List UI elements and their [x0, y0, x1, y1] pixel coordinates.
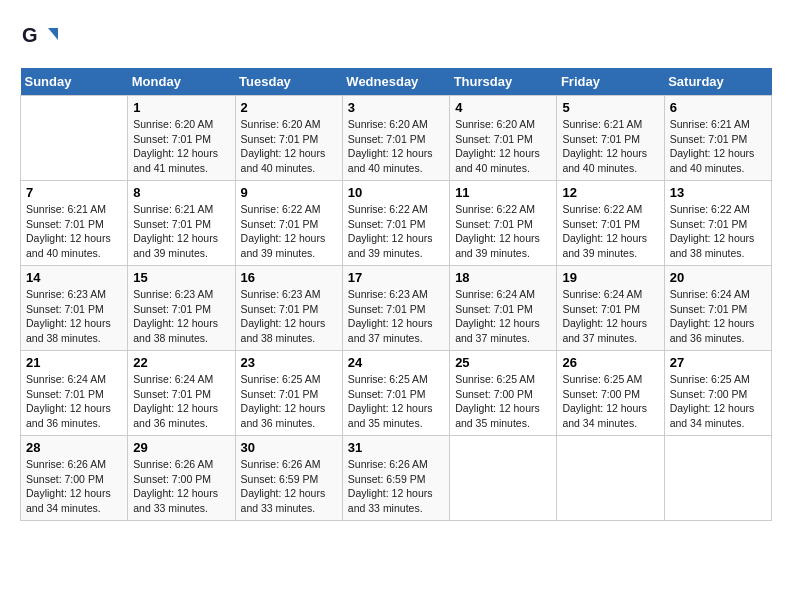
calendar-cell: 26Sunrise: 6:25 AM Sunset: 7:00 PM Dayli… — [557, 351, 664, 436]
day-number: 25 — [455, 355, 551, 370]
day-number: 10 — [348, 185, 444, 200]
cell-info: Sunrise: 6:24 AM Sunset: 7:01 PM Dayligh… — [562, 287, 658, 346]
cell-info: Sunrise: 6:24 AM Sunset: 7:01 PM Dayligh… — [26, 372, 122, 431]
calendar-cell: 27Sunrise: 6:25 AM Sunset: 7:00 PM Dayli… — [664, 351, 771, 436]
day-number: 2 — [241, 100, 337, 115]
cell-info: Sunrise: 6:24 AM Sunset: 7:01 PM Dayligh… — [133, 372, 229, 431]
calendar-cell: 19Sunrise: 6:24 AM Sunset: 7:01 PM Dayli… — [557, 266, 664, 351]
day-number: 23 — [241, 355, 337, 370]
calendar-cell: 10Sunrise: 6:22 AM Sunset: 7:01 PM Dayli… — [342, 181, 449, 266]
day-number: 1 — [133, 100, 229, 115]
calendar-header-row: SundayMondayTuesdayWednesdayThursdayFrid… — [21, 68, 772, 96]
column-header-sunday: Sunday — [21, 68, 128, 96]
day-number: 28 — [26, 440, 122, 455]
calendar-cell: 17Sunrise: 6:23 AM Sunset: 7:01 PM Dayli… — [342, 266, 449, 351]
cell-info: Sunrise: 6:20 AM Sunset: 7:01 PM Dayligh… — [348, 117, 444, 176]
calendar-cell: 21Sunrise: 6:24 AM Sunset: 7:01 PM Dayli… — [21, 351, 128, 436]
logo-icon: G — [20, 20, 58, 58]
calendar-cell: 14Sunrise: 6:23 AM Sunset: 7:01 PM Dayli… — [21, 266, 128, 351]
day-number: 8 — [133, 185, 229, 200]
calendar-week-row: 1Sunrise: 6:20 AM Sunset: 7:01 PM Daylig… — [21, 96, 772, 181]
day-number: 31 — [348, 440, 444, 455]
cell-info: Sunrise: 6:21 AM Sunset: 7:01 PM Dayligh… — [670, 117, 766, 176]
calendar-cell: 29Sunrise: 6:26 AM Sunset: 7:00 PM Dayli… — [128, 436, 235, 521]
page-header: G — [20, 20, 772, 58]
calendar-week-row: 21Sunrise: 6:24 AM Sunset: 7:01 PM Dayli… — [21, 351, 772, 436]
calendar-cell: 24Sunrise: 6:25 AM Sunset: 7:01 PM Dayli… — [342, 351, 449, 436]
day-number: 15 — [133, 270, 229, 285]
calendar-table: SundayMondayTuesdayWednesdayThursdayFrid… — [20, 68, 772, 521]
calendar-cell: 4Sunrise: 6:20 AM Sunset: 7:01 PM Daylig… — [450, 96, 557, 181]
day-number: 16 — [241, 270, 337, 285]
calendar-cell: 2Sunrise: 6:20 AM Sunset: 7:01 PM Daylig… — [235, 96, 342, 181]
cell-info: Sunrise: 6:20 AM Sunset: 7:01 PM Dayligh… — [241, 117, 337, 176]
cell-info: Sunrise: 6:24 AM Sunset: 7:01 PM Dayligh… — [670, 287, 766, 346]
cell-info: Sunrise: 6:21 AM Sunset: 7:01 PM Dayligh… — [26, 202, 122, 261]
cell-info: Sunrise: 6:25 AM Sunset: 7:00 PM Dayligh… — [562, 372, 658, 431]
cell-info: Sunrise: 6:20 AM Sunset: 7:01 PM Dayligh… — [455, 117, 551, 176]
cell-info: Sunrise: 6:26 AM Sunset: 7:00 PM Dayligh… — [26, 457, 122, 516]
cell-info: Sunrise: 6:26 AM Sunset: 7:00 PM Dayligh… — [133, 457, 229, 516]
calendar-cell: 28Sunrise: 6:26 AM Sunset: 7:00 PM Dayli… — [21, 436, 128, 521]
day-number: 12 — [562, 185, 658, 200]
calendar-cell: 6Sunrise: 6:21 AM Sunset: 7:01 PM Daylig… — [664, 96, 771, 181]
calendar-cell — [557, 436, 664, 521]
cell-info: Sunrise: 6:23 AM Sunset: 7:01 PM Dayligh… — [241, 287, 337, 346]
cell-info: Sunrise: 6:25 AM Sunset: 7:01 PM Dayligh… — [348, 372, 444, 431]
svg-text:G: G — [22, 24, 38, 46]
cell-info: Sunrise: 6:20 AM Sunset: 7:01 PM Dayligh… — [133, 117, 229, 176]
cell-info: Sunrise: 6:25 AM Sunset: 7:00 PM Dayligh… — [455, 372, 551, 431]
calendar-cell: 31Sunrise: 6:26 AM Sunset: 6:59 PM Dayli… — [342, 436, 449, 521]
cell-info: Sunrise: 6:22 AM Sunset: 7:01 PM Dayligh… — [562, 202, 658, 261]
calendar-cell: 22Sunrise: 6:24 AM Sunset: 7:01 PM Dayli… — [128, 351, 235, 436]
day-number: 30 — [241, 440, 337, 455]
calendar-cell: 20Sunrise: 6:24 AM Sunset: 7:01 PM Dayli… — [664, 266, 771, 351]
cell-info: Sunrise: 6:21 AM Sunset: 7:01 PM Dayligh… — [133, 202, 229, 261]
svg-marker-1 — [48, 28, 58, 40]
column-header-monday: Monday — [128, 68, 235, 96]
day-number: 14 — [26, 270, 122, 285]
day-number: 22 — [133, 355, 229, 370]
day-number: 17 — [348, 270, 444, 285]
calendar-cell — [21, 96, 128, 181]
day-number: 21 — [26, 355, 122, 370]
cell-info: Sunrise: 6:21 AM Sunset: 7:01 PM Dayligh… — [562, 117, 658, 176]
day-number: 11 — [455, 185, 551, 200]
cell-info: Sunrise: 6:26 AM Sunset: 6:59 PM Dayligh… — [241, 457, 337, 516]
day-number: 27 — [670, 355, 766, 370]
cell-info: Sunrise: 6:22 AM Sunset: 7:01 PM Dayligh… — [348, 202, 444, 261]
calendar-cell: 25Sunrise: 6:25 AM Sunset: 7:00 PM Dayli… — [450, 351, 557, 436]
calendar-cell: 13Sunrise: 6:22 AM Sunset: 7:01 PM Dayli… — [664, 181, 771, 266]
cell-info: Sunrise: 6:22 AM Sunset: 7:01 PM Dayligh… — [455, 202, 551, 261]
calendar-week-row: 7Sunrise: 6:21 AM Sunset: 7:01 PM Daylig… — [21, 181, 772, 266]
calendar-cell: 11Sunrise: 6:22 AM Sunset: 7:01 PM Dayli… — [450, 181, 557, 266]
calendar-cell: 12Sunrise: 6:22 AM Sunset: 7:01 PM Dayli… — [557, 181, 664, 266]
column-header-thursday: Thursday — [450, 68, 557, 96]
cell-info: Sunrise: 6:24 AM Sunset: 7:01 PM Dayligh… — [455, 287, 551, 346]
day-number: 29 — [133, 440, 229, 455]
day-number: 7 — [26, 185, 122, 200]
day-number: 4 — [455, 100, 551, 115]
cell-info: Sunrise: 6:23 AM Sunset: 7:01 PM Dayligh… — [26, 287, 122, 346]
day-number: 5 — [562, 100, 658, 115]
calendar-cell: 5Sunrise: 6:21 AM Sunset: 7:01 PM Daylig… — [557, 96, 664, 181]
calendar-cell: 30Sunrise: 6:26 AM Sunset: 6:59 PM Dayli… — [235, 436, 342, 521]
calendar-week-row: 28Sunrise: 6:26 AM Sunset: 7:00 PM Dayli… — [21, 436, 772, 521]
column-header-tuesday: Tuesday — [235, 68, 342, 96]
day-number: 24 — [348, 355, 444, 370]
day-number: 9 — [241, 185, 337, 200]
cell-info: Sunrise: 6:23 AM Sunset: 7:01 PM Dayligh… — [348, 287, 444, 346]
logo: G — [20, 20, 62, 58]
calendar-cell: 15Sunrise: 6:23 AM Sunset: 7:01 PM Dayli… — [128, 266, 235, 351]
day-number: 3 — [348, 100, 444, 115]
cell-info: Sunrise: 6:25 AM Sunset: 7:01 PM Dayligh… — [241, 372, 337, 431]
calendar-cell: 9Sunrise: 6:22 AM Sunset: 7:01 PM Daylig… — [235, 181, 342, 266]
day-number: 13 — [670, 185, 766, 200]
calendar-week-row: 14Sunrise: 6:23 AM Sunset: 7:01 PM Dayli… — [21, 266, 772, 351]
day-number: 6 — [670, 100, 766, 115]
calendar-cell — [664, 436, 771, 521]
calendar-cell: 8Sunrise: 6:21 AM Sunset: 7:01 PM Daylig… — [128, 181, 235, 266]
column-header-friday: Friday — [557, 68, 664, 96]
calendar-cell: 18Sunrise: 6:24 AM Sunset: 7:01 PM Dayli… — [450, 266, 557, 351]
calendar-cell: 23Sunrise: 6:25 AM Sunset: 7:01 PM Dayli… — [235, 351, 342, 436]
